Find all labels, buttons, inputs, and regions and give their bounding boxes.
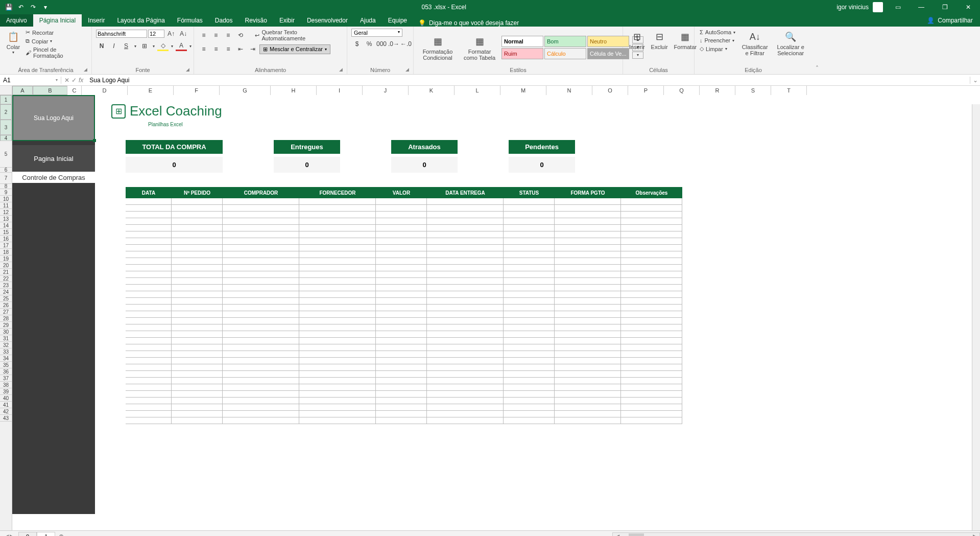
row-header-23[interactable]: 23 bbox=[0, 282, 12, 289]
table-cell[interactable] bbox=[172, 245, 223, 251]
table-row[interactable] bbox=[126, 205, 682, 212]
clear-button[interactable]: ◇Limpar▾ bbox=[699, 45, 736, 53]
table-cell[interactable] bbox=[376, 324, 427, 331]
align-right-icon[interactable]: ≡ bbox=[223, 44, 234, 54]
table-cell[interactable] bbox=[376, 351, 427, 357]
insert-cells-button[interactable]: ⊞Inserir bbox=[627, 29, 647, 51]
table-row[interactable] bbox=[126, 238, 682, 245]
table-cell[interactable] bbox=[172, 417, 223, 424]
table-cell[interactable] bbox=[126, 291, 172, 297]
table-cell[interactable] bbox=[172, 404, 223, 410]
row-header-4[interactable]: 4 bbox=[0, 135, 12, 141]
tab-data[interactable]: Dados bbox=[209, 14, 239, 27]
table-cell[interactable] bbox=[126, 225, 172, 231]
table-cell[interactable] bbox=[555, 245, 621, 251]
row-header-2[interactable]: 2 bbox=[0, 104, 12, 120]
col-header-S[interactable]: S bbox=[735, 86, 771, 95]
wrap-text-button[interactable]: ↩Quebrar Texto Automaticamente bbox=[254, 29, 343, 42]
expand-formula-bar-icon[interactable]: ⌄ bbox=[970, 77, 980, 84]
format-as-table-button[interactable]: ▦Formatar como Tabela bbox=[460, 33, 499, 62]
table-cell[interactable] bbox=[555, 344, 621, 351]
table-cell[interactable] bbox=[172, 218, 223, 224]
table-cell[interactable] bbox=[376, 218, 427, 224]
name-box[interactable]: A1▾ bbox=[0, 77, 61, 84]
table-cell[interactable] bbox=[172, 212, 223, 218]
col-header-M[interactable]: M bbox=[500, 86, 546, 95]
table-cell[interactable] bbox=[172, 364, 223, 370]
table-cell[interactable] bbox=[126, 231, 172, 238]
user-avatar[interactable] bbox=[873, 2, 883, 12]
col-header-R[interactable]: R bbox=[700, 86, 735, 95]
table-cell[interactable] bbox=[504, 291, 555, 297]
table-row[interactable] bbox=[126, 278, 682, 285]
align-top-icon[interactable]: ≡ bbox=[198, 30, 209, 40]
table-cell[interactable] bbox=[172, 324, 223, 331]
table-cell[interactable] bbox=[555, 311, 621, 317]
table-cell[interactable] bbox=[427, 344, 504, 351]
table-cell[interactable] bbox=[621, 271, 682, 277]
table-cell[interactable] bbox=[555, 364, 621, 370]
row-header-37[interactable]: 37 bbox=[0, 375, 12, 382]
sort-filter-button[interactable]: A↓Classificar e Filtrar bbox=[738, 29, 771, 57]
scroll-left-icon[interactable]: ◀ bbox=[613, 533, 622, 537]
table-cell[interactable] bbox=[223, 318, 299, 324]
table-cell[interactable] bbox=[299, 251, 376, 258]
table-cell[interactable] bbox=[504, 258, 555, 264]
table-cell[interactable] bbox=[126, 338, 172, 344]
row-header-38[interactable]: 38 bbox=[0, 382, 12, 388]
row-header-1[interactable]: 1 bbox=[0, 95, 12, 104]
table-cell[interactable] bbox=[621, 384, 682, 390]
table-cell[interactable] bbox=[427, 251, 504, 258]
table-cell[interactable] bbox=[223, 231, 299, 238]
table-cell[interactable] bbox=[223, 238, 299, 244]
sheet-body[interactable]: Sua Logo Aqui Pagina Inicial Controle de… bbox=[12, 95, 980, 530]
tab-team[interactable]: Equipe bbox=[382, 14, 413, 27]
table-cell[interactable] bbox=[223, 285, 299, 291]
add-sheet-button[interactable]: ⊕ bbox=[55, 533, 67, 537]
table-cell[interactable] bbox=[504, 398, 555, 404]
orientation-icon[interactable]: ⟲ bbox=[235, 30, 246, 40]
table-cell[interactable] bbox=[299, 411, 376, 417]
row-header-24[interactable]: 24 bbox=[0, 289, 12, 295]
table-cell[interactable] bbox=[223, 331, 299, 337]
table-cell[interactable] bbox=[172, 278, 223, 284]
table-cell[interactable] bbox=[504, 218, 555, 224]
table-cell[interactable] bbox=[504, 265, 555, 271]
table-cell[interactable] bbox=[376, 391, 427, 397]
col-header-L[interactable]: L bbox=[455, 86, 500, 95]
table-row[interactable] bbox=[126, 358, 682, 364]
table-cell[interactable] bbox=[555, 378, 621, 384]
table-cell[interactable] bbox=[126, 238, 172, 244]
table-cell[interactable] bbox=[172, 298, 223, 304]
table-cell[interactable] bbox=[126, 251, 172, 258]
table-cell[interactable] bbox=[555, 384, 621, 390]
number-format-select[interactable]: Geral▾ bbox=[351, 29, 402, 37]
table-cell[interactable] bbox=[172, 231, 223, 238]
row-header-16[interactable]: 16 bbox=[0, 236, 12, 242]
font-size-select[interactable] bbox=[148, 30, 164, 38]
table-cell[interactable] bbox=[172, 384, 223, 390]
table-cell[interactable] bbox=[555, 358, 621, 364]
table-cell[interactable] bbox=[223, 198, 299, 204]
currency-icon[interactable]: $ bbox=[351, 39, 363, 49]
row-header-34[interactable]: 34 bbox=[0, 355, 12, 362]
table-cell[interactable] bbox=[376, 258, 427, 264]
table-cell[interactable] bbox=[223, 384, 299, 390]
table-cell[interactable] bbox=[555, 324, 621, 331]
table-cell[interactable] bbox=[427, 258, 504, 264]
formula-bar-input[interactable] bbox=[86, 77, 970, 84]
table-cell[interactable] bbox=[126, 358, 172, 364]
fill-dropdown-icon[interactable]: ▾ bbox=[170, 41, 175, 51]
table-row[interactable] bbox=[126, 338, 682, 344]
table-cell[interactable] bbox=[427, 238, 504, 244]
table-cell[interactable] bbox=[172, 398, 223, 404]
decrease-decimal-icon[interactable]: ←.0 bbox=[400, 39, 412, 49]
table-cell[interactable] bbox=[376, 285, 427, 291]
table-cell[interactable] bbox=[555, 351, 621, 357]
table-row[interactable] bbox=[126, 344, 682, 351]
table-cell[interactable] bbox=[299, 298, 376, 304]
nav-home-button[interactable]: Pagina Inicial bbox=[12, 145, 95, 172]
table-row[interactable] bbox=[126, 258, 682, 265]
table-row[interactable] bbox=[126, 351, 682, 358]
underline-dropdown-icon[interactable]: ▾ bbox=[133, 41, 138, 51]
